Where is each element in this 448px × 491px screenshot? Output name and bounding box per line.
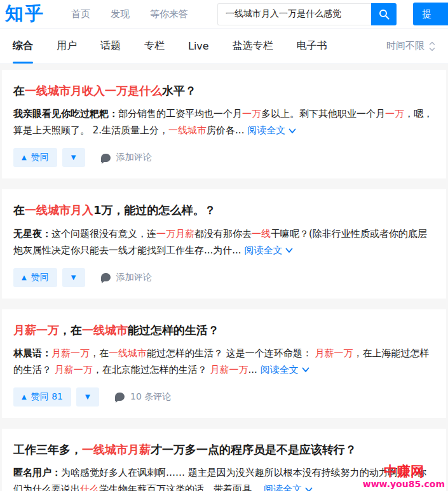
comment-button[interactable]: 10 条评论 <box>115 391 171 403</box>
result-snippet-text: 月薪一万，在一线城市能过怎样的生活？ 这是一个连环命题： 月薪一万，在上海能过怎… <box>13 347 430 375</box>
downvote-icon: ▼ <box>71 154 76 161</box>
search-result-card: 月薪一万，在一线城市能过怎样的生活？ 林晨语：月薪一万，在一线城市能过怎样的生活… <box>2 309 446 418</box>
read-more-link[interactable]: 阅读全文 <box>261 361 309 378</box>
comment-button[interactable]: 添加评论 <box>101 272 152 283</box>
plain-text: 在 <box>13 84 25 97</box>
upvote-button[interactable]: ▲赞同 <box>13 148 57 167</box>
result-author[interactable]: 无星夜： <box>13 228 51 239</box>
highlighted-text: 一万 <box>385 108 404 119</box>
highlighted-text: 月薪一万 <box>55 364 93 375</box>
tab-topics[interactable]: 话题 <box>100 29 121 64</box>
downvote-button[interactable]: ▼ <box>76 387 99 407</box>
plain-text: 学生物年薪百万这类的话，带着面具... <box>99 483 261 491</box>
plain-text: 多以上。剩下其他职业一个月 <box>261 108 385 119</box>
zhihu-logo[interactable]: 知乎 <box>5 1 44 27</box>
plain-text: 房价各... <box>207 124 244 136</box>
read-more-link[interactable]: 阅读全文 <box>244 242 293 259</box>
tab-users[interactable]: 用户 <box>57 29 77 64</box>
tab-bar: 综合 用户 话题 专栏 Live 盐选专栏 电子书 时间不限 <box>0 29 448 64</box>
read-more-link[interactable]: 阅读全文 <box>264 481 313 491</box>
sort-chevrons-icon <box>429 41 435 51</box>
plain-text: 水平？ <box>162 84 196 97</box>
plain-text: 才一万多一点的程序员是不是应该转行？ <box>151 443 356 456</box>
comment-label: 10 条评论 <box>130 391 171 403</box>
highlighted-text: 一线 <box>252 228 271 239</box>
result-author[interactable]: 匿名用户： <box>13 467 61 478</box>
highlighted-text: 一线城市 <box>82 323 128 337</box>
comment-icon <box>115 393 125 401</box>
plain-text: ，在北京能过怎样的生活？ <box>93 364 210 375</box>
result-title[interactable]: 月薪一万，在一线城市能过怎样的生活？ <box>13 323 435 338</box>
search-button[interactable] <box>371 3 397 25</box>
search-icon <box>379 9 390 20</box>
downvote-button[interactable]: ▼ <box>62 268 85 287</box>
result-title[interactable]: 工作三年多，一线城市月薪才一万多一点的程序员是不是应该转行？ <box>13 442 435 457</box>
tab-ebooks[interactable]: 电子书 <box>297 29 327 64</box>
plain-text: ，在 <box>59 323 82 337</box>
time-filter-label: 时间不限 <box>386 40 424 52</box>
upvote-icon: ▲ <box>22 394 27 400</box>
plain-text: 部分销售的工资平均也一个月 <box>118 108 242 119</box>
upvote-icon: ▲ <box>22 154 27 161</box>
result-actions: ▲赞同 ▼ 添加评论 <box>13 148 435 167</box>
plain-text: 都没有那你去 <box>194 228 252 239</box>
plain-text: 工作三年多， <box>13 443 82 456</box>
chevron-down-icon <box>288 127 296 134</box>
result-title[interactable]: 在一线城市月入1万，能过的怎么样。？ <box>13 203 435 218</box>
result-snippet: 匿名用户：为啥感觉好多人在讽刺啊…… 题主是因为没兴趣所以根本没有持续努力的动力… <box>13 464 435 491</box>
chevron-down-icon <box>302 366 309 373</box>
plain-text: 能过怎样的生活？ 这是一个连环命题： <box>147 347 315 359</box>
result-title[interactable]: 在一线城市月收入一万是什么水平？ <box>13 83 435 98</box>
highlighted-text: 月薪一万 <box>210 364 248 375</box>
search-input[interactable] <box>217 3 371 25</box>
comment-button[interactable]: 添加评论 <box>101 152 152 163</box>
plain-text: ... <box>248 364 257 375</box>
plain-text: ，在 <box>90 347 109 359</box>
nav-item-discover[interactable]: 发现 <box>111 8 130 20</box>
ask-question-button[interactable]: 提 <box>413 3 448 25</box>
highlighted-text: 月薪一万 <box>315 347 353 359</box>
comment-label: 添加评论 <box>116 272 152 283</box>
chevron-down-icon <box>305 486 313 491</box>
result-actions: ▲赞同 ▼ 添加评论 <box>13 268 435 287</box>
search-result-card: 在一线城市月收入一万是什么水平？ 我亲眼看见你吃过粑粑：部分销售的工资平均也一个… <box>2 70 446 178</box>
plain-text: 能过怎样的生活？ <box>128 323 219 337</box>
comment-label: 添加评论 <box>116 152 152 163</box>
tab-general[interactable]: 综合 <box>13 29 33 64</box>
search-result-card: 在一线城市月入1万，能过的怎么样。？ 无星夜：这个问题很没有意义，连一万月薪都没… <box>2 189 446 298</box>
result-snippet-text: 这个问题很没有意义，连一万月薪都没有那你去一线干嘛呢？(除非行业性质或者你的底层… <box>13 228 427 256</box>
nav-item-home[interactable]: 首页 <box>71 8 90 20</box>
result-author[interactable]: 我亲眼看见你吃过粑粑： <box>13 108 118 119</box>
read-more-label: 阅读全文 <box>261 361 299 378</box>
tab-columns[interactable]: 专栏 <box>144 29 165 64</box>
highlighted-text: 月薪一万 <box>51 347 90 359</box>
nav-item-waiting[interactable]: 等你来答 <box>150 8 188 20</box>
tab-salt-columns[interactable]: 盐选专栏 <box>233 29 273 64</box>
result-snippet-text: 为啥感觉好多人在讽刺啊…… 题主是因为没兴趣所以根本没有持续努力的动力啊……你们… <box>13 467 426 491</box>
downvote-button[interactable]: ▼ <box>62 148 85 167</box>
highlighted-text: 一线城市月薪 <box>82 443 151 456</box>
highlighted-text: 一线城市月入 <box>25 203 93 217</box>
result-snippet: 无星夜：这个问题很没有意义，连一万月薪都没有那你去一线干嘛呢？(除非行业性质或者… <box>13 225 435 259</box>
read-more-label: 阅读全文 <box>244 242 282 259</box>
tab-live[interactable]: Live <box>188 29 209 64</box>
search-results-list: 在一线城市月收入一万是什么水平？ 我亲眼看见你吃过粑粑：部分销售的工资平均也一个… <box>0 64 448 491</box>
highlighted-text: 什么 <box>80 483 99 491</box>
read-more-link[interactable]: 阅读全文 <box>247 122 296 138</box>
time-filter-dropdown[interactable]: 时间不限 <box>386 29 435 64</box>
comment-icon <box>101 154 111 162</box>
plain-text: 1万，能过的怎么样。？ <box>93 203 216 217</box>
downvote-icon: ▼ <box>71 274 76 281</box>
highlighted-text: 一线城市月收入一万是什么 <box>25 84 162 97</box>
highlighted-text: 一万 <box>242 108 261 119</box>
upvote-button[interactable]: ▲赞同 81 <box>13 387 71 407</box>
search-bar <box>217 3 397 25</box>
result-author[interactable]: 林晨语： <box>13 347 51 359</box>
result-snippet: 林晨语：月薪一万，在一线城市能过怎样的生活？ 这是一个连环命题： 月薪一万，在上… <box>13 345 435 378</box>
chevron-down-icon <box>285 246 293 253</box>
highlighted-text: 月薪一万 <box>13 323 59 337</box>
read-more-label: 阅读全文 <box>247 122 285 138</box>
plain-text: 在 <box>13 203 25 217</box>
upvote-label: 赞同 81 <box>31 391 63 403</box>
upvote-button[interactable]: ▲赞同 <box>13 268 57 287</box>
